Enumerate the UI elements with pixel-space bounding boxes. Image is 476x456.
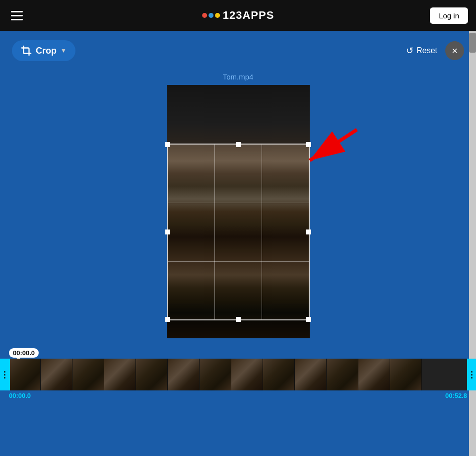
end-time-label: 00:52.8 bbox=[445, 392, 467, 399]
toolbar-right: ↺ Reset × bbox=[406, 41, 464, 60]
thumb-8 bbox=[231, 359, 263, 390]
close-button[interactable]: × bbox=[445, 41, 464, 60]
timeline-playhead[interactable] bbox=[9, 359, 10, 390]
crop-icon bbox=[21, 45, 32, 56]
thumb-13 bbox=[390, 359, 422, 390]
app-header: 123APPS Log in bbox=[0, 0, 476, 31]
reset-icon: ↺ bbox=[406, 45, 413, 56]
thumb-4 bbox=[104, 359, 136, 390]
crop-overlay-top bbox=[167, 85, 310, 144]
timeline-track[interactable] bbox=[0, 359, 476, 390]
dot-yellow bbox=[215, 13, 220, 18]
handle-dots-right bbox=[471, 371, 473, 379]
handle-dots-left bbox=[4, 371, 5, 379]
scrollbar[interactable] bbox=[469, 31, 476, 456]
file-name: Tom.mp4 bbox=[223, 73, 254, 81]
menu-button[interactable] bbox=[8, 8, 26, 23]
crop-chevron-icon: ▼ bbox=[61, 47, 67, 54]
thumb-6 bbox=[168, 359, 200, 390]
toolbar: Crop ▼ ↺ Reset × bbox=[0, 31, 476, 71]
thumb-7 bbox=[200, 359, 231, 390]
logo-dots bbox=[202, 13, 220, 18]
crop-label: Crop bbox=[36, 46, 57, 56]
thumb-9 bbox=[263, 359, 295, 390]
timeline-section: 00:00.0 bbox=[0, 338, 476, 399]
reset-label: Reset bbox=[416, 46, 437, 55]
svg-line-1 bbox=[310, 130, 357, 160]
dot-red bbox=[202, 13, 207, 18]
thumbnails-strip bbox=[9, 359, 467, 390]
timeline-handle-left[interactable] bbox=[0, 359, 9, 390]
current-time-bubble: 00:00.0 bbox=[9, 348, 39, 358]
timeline-handle-right[interactable] bbox=[467, 359, 476, 390]
reset-button[interactable]: ↺ Reset bbox=[406, 45, 437, 56]
video-container bbox=[167, 85, 310, 338]
main-content: Tom.mp4 bbox=[0, 71, 476, 338]
crop-button[interactable]: Crop ▼ bbox=[12, 40, 75, 61]
dot-blue bbox=[208, 13, 213, 18]
thumb-2 bbox=[41, 359, 72, 390]
thumb-5 bbox=[136, 359, 168, 390]
scrollbar-thumb[interactable] bbox=[469, 33, 476, 53]
thumb-12 bbox=[358, 359, 390, 390]
logo: 123APPS bbox=[202, 9, 274, 22]
thumb-3 bbox=[72, 359, 104, 390]
start-time-label: 00:00.0 bbox=[9, 392, 31, 399]
timeline-labels: 00:00.0 00:52.8 bbox=[0, 390, 476, 399]
thumb-1 bbox=[9, 359, 41, 390]
login-button[interactable]: Log in bbox=[430, 7, 468, 24]
thumb-10 bbox=[295, 359, 327, 390]
thumb-11 bbox=[327, 359, 358, 390]
logo-text: 123APPS bbox=[223, 9, 274, 22]
crop-overlay-bottom bbox=[167, 320, 310, 338]
